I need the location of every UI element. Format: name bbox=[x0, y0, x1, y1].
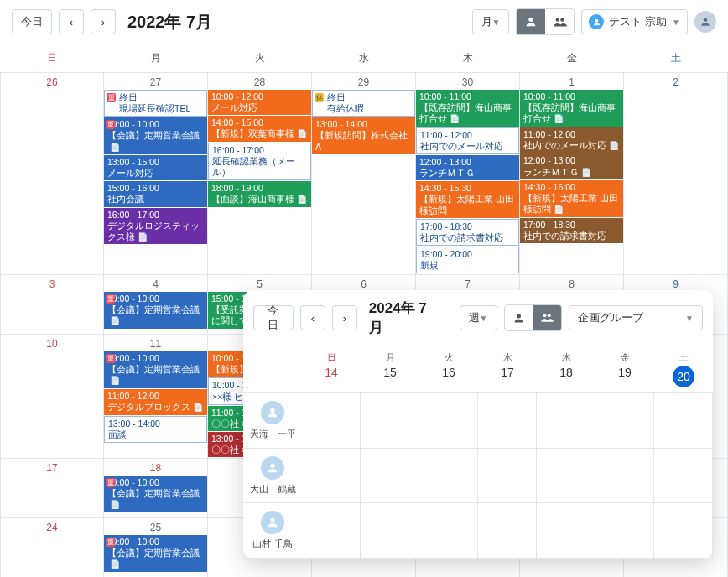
calendar-event[interactable]: 重09:00 - 10:00【会議】定期営業会議 bbox=[104, 117, 207, 154]
calendar-event[interactable]: 10:00 - 12:00メール対応 bbox=[208, 90, 311, 115]
day-cell[interactable]: 25重09:00 - 10:00【会議】定期営業会議 bbox=[104, 518, 208, 577]
svg-point-6 bbox=[543, 314, 547, 317]
day-cell[interactable]: 4重09:00 - 10:00【会議】定期営業会議 bbox=[104, 275, 208, 334]
single-person-icon[interactable] bbox=[517, 9, 545, 34]
slot-cell[interactable] bbox=[302, 503, 361, 558]
calendar-event[interactable]: 19:00 - 20:00新規 bbox=[416, 247, 519, 273]
slot-cell[interactable] bbox=[537, 449, 595, 503]
next-week-button[interactable]: › bbox=[332, 305, 357, 330]
calendar-event[interactable]: 14:30 - 16:00【新規】太陽工業 山田様訪問 bbox=[520, 180, 623, 217]
calendar-event[interactable]: 13:00 - 14:00【新規訪問】株式会社A bbox=[312, 117, 415, 153]
user-selector[interactable]: テスト 宗助 ▼ bbox=[581, 9, 688, 34]
calendar-event[interactable]: 10:00 - 11:00【既存訪問】海山商事打合せ bbox=[416, 90, 519, 127]
single-person-icon[interactable] bbox=[505, 305, 533, 330]
today-button[interactable]: 今日 bbox=[253, 305, 294, 330]
date-number: 10 bbox=[1, 335, 103, 351]
next-month-button[interactable]: › bbox=[91, 9, 116, 34]
week-day-col[interactable]: 土20 bbox=[654, 346, 713, 392]
slot-cell[interactable] bbox=[654, 449, 713, 503]
calendar-event[interactable]: 休終日有給休暇 bbox=[312, 90, 415, 117]
view-selector[interactable]: 月 ▼ bbox=[472, 9, 510, 34]
week-calendar: 今日 ‹ › 2024年 7月 週 ▼ 企画グループ ▼ 日14月15火16水1… bbox=[243, 290, 713, 559]
day-cell[interactable]: 3010:00 - 11:00【既存訪問】海山商事打合せ11:00 - 12:0… bbox=[416, 73, 520, 274]
prev-month-button[interactable]: ‹ bbox=[59, 9, 84, 34]
group-icon[interactable] bbox=[545, 9, 574, 34]
day-cell[interactable]: 2 bbox=[624, 73, 728, 274]
slot-cell[interactable] bbox=[654, 503, 713, 558]
day-cell[interactable]: 3 bbox=[0, 275, 104, 334]
calendar-event[interactable]: 12:00 - 13:00ランチＭＴＧ bbox=[520, 153, 623, 179]
user-side[interactable]: 山村 千鳥 bbox=[243, 503, 302, 558]
slot-cell[interactable] bbox=[595, 503, 654, 558]
calendar-event[interactable]: 13:00 - 14:00面談 bbox=[104, 416, 207, 443]
slot-cell[interactable] bbox=[478, 449, 537, 503]
slot-cell[interactable] bbox=[361, 449, 419, 503]
group-name: 企画グループ bbox=[578, 310, 643, 325]
day-cell[interactable]: 24 bbox=[0, 518, 104, 577]
day-cell[interactable]: 26 bbox=[0, 73, 104, 274]
calendar-event[interactable]: 11:00 - 12:00社内でのメール対応 bbox=[520, 127, 623, 153]
calendar-event[interactable]: 10:00 - 11:00【既存訪問】海山商事打合せ bbox=[520, 90, 623, 127]
week-day-col[interactable]: 金19 bbox=[595, 346, 654, 392]
slot-cell[interactable] bbox=[361, 393, 419, 448]
slot-cell[interactable] bbox=[595, 449, 654, 503]
slot-cell[interactable] bbox=[302, 449, 361, 503]
slot-cell[interactable] bbox=[419, 503, 478, 558]
calendar-event[interactable]: 重09:00 - 10:00【会議】定期営業会議 bbox=[104, 292, 207, 329]
calendar-event[interactable]: 重09:00 - 10:00【会議】定期営業会議 bbox=[104, 351, 207, 388]
slot-cell[interactable] bbox=[478, 503, 537, 558]
calendar-event[interactable]: 13:00 - 15:00メール対応 bbox=[104, 155, 207, 180]
calendar-event[interactable]: 16:00 - 17:00デジタルロジスティックス様 bbox=[104, 208, 207, 245]
calendar-event[interactable]: 重終日現場延長確認TEL bbox=[104, 90, 207, 117]
week-day-col[interactable]: 水17 bbox=[478, 346, 537, 392]
week-day-col[interactable]: 月15 bbox=[361, 346, 419, 392]
calendar-event[interactable]: 17:00 - 18:30社内での請求書対応 bbox=[416, 219, 519, 246]
slot-cell[interactable] bbox=[302, 393, 361, 448]
date-number: 20 bbox=[654, 364, 713, 392]
day-cell[interactable]: 29休終日有給休暇13:00 - 14:00【新規訪問】株式会社A bbox=[312, 73, 416, 274]
calendar-event[interactable]: 17:00 - 18:30社内での請求書対応 bbox=[520, 218, 623, 243]
dow-label: 火 bbox=[419, 346, 478, 364]
slot-cell[interactable] bbox=[419, 449, 478, 503]
calendar-event[interactable]: 11:00 - 12:00社内でのメール対応 bbox=[416, 127, 519, 154]
group-icon[interactable] bbox=[533, 305, 561, 330]
calendar-event[interactable]: 14:00 - 15:00【新規】双葉商事様 bbox=[208, 116, 311, 142]
slot-cell[interactable] bbox=[419, 393, 478, 448]
calendar-event[interactable]: 15:00 - 16:00社内会議 bbox=[104, 181, 207, 206]
dow-label: 火 bbox=[208, 44, 312, 72]
day-cell[interactable]: 11重09:00 - 10:00【会議】定期営業会議11:00 - 12:00デ… bbox=[104, 335, 208, 458]
week-day-header: 日14月15火16水17木18金19土20 bbox=[243, 346, 713, 393]
user-side[interactable]: 天海 一平 bbox=[243, 393, 302, 448]
day-cell[interactable]: 17 bbox=[0, 459, 104, 517]
slot-cell[interactable] bbox=[654, 393, 713, 448]
prev-week-button[interactable]: ‹ bbox=[300, 305, 325, 330]
day-cell[interactable]: 27重終日現場延長確認TEL重09:00 - 10:00【会議】定期営業会議13… bbox=[104, 73, 208, 274]
date-number: 17 bbox=[1, 459, 103, 476]
calendar-event[interactable]: 11:00 - 12:00デジタルブロックス bbox=[104, 389, 207, 415]
week-day-col[interactable]: 木18 bbox=[537, 346, 595, 392]
day-cell[interactable]: 10 bbox=[0, 335, 104, 458]
day-cell[interactable]: 18重09:00 - 10:00【会議】定期営業会議 bbox=[104, 459, 208, 517]
today-button[interactable]: 今日 bbox=[12, 9, 52, 34]
slot-cell[interactable] bbox=[537, 393, 595, 448]
calendar-event[interactable]: 14:30 - 15:30【新規】太陽工業 山田様訪問 bbox=[416, 181, 519, 217]
calendar-event[interactable]: 重09:00 - 10:00【会議】定期営業会議 bbox=[104, 476, 207, 512]
event-tag: 重 bbox=[107, 93, 116, 102]
calendar-event[interactable]: 18:00 - 19:00【面談】海山商事様 bbox=[208, 181, 311, 207]
slot-cell[interactable] bbox=[537, 503, 595, 558]
account-icon[interactable] bbox=[694, 11, 716, 33]
day-cell[interactable]: 2810:00 - 12:00メール対応14:00 - 15:00【新規】双葉商… bbox=[208, 73, 312, 274]
user-side[interactable]: 大山 鶴蔵 bbox=[243, 449, 302, 503]
calendar-event[interactable]: 12:00 - 13:00ランチＭＴＧ bbox=[416, 155, 519, 180]
day-cell[interactable]: 110:00 - 11:00【既存訪問】海山商事打合せ11:00 - 12:00… bbox=[520, 73, 624, 274]
calendar-event[interactable]: 重09:00 - 10:00【会議】定期営業会議 bbox=[104, 535, 207, 572]
slot-cell[interactable] bbox=[595, 393, 654, 448]
calendar-event[interactable]: 16:00 - 17:00延長確認業務（メール） bbox=[208, 143, 311, 180]
user-name: 大山 鶴蔵 bbox=[250, 483, 296, 496]
slot-cell[interactable] bbox=[361, 503, 419, 558]
slot-cell[interactable] bbox=[478, 393, 537, 448]
group-selector[interactable]: 企画グループ ▼ bbox=[569, 305, 703, 330]
week-day-col[interactable]: 日14 bbox=[302, 346, 361, 392]
week-day-col[interactable]: 火16 bbox=[419, 346, 478, 392]
view-selector[interactable]: 週 ▼ bbox=[460, 305, 497, 330]
